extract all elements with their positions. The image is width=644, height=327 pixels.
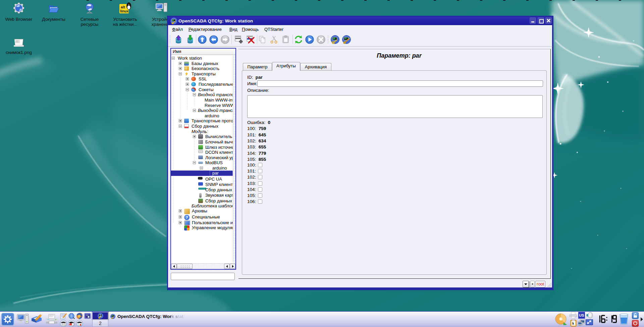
- svg-text:k: k: [572, 322, 574, 325]
- svg-text:linux: linux: [120, 9, 129, 13]
- svg-text:alt: alt: [121, 5, 125, 9]
